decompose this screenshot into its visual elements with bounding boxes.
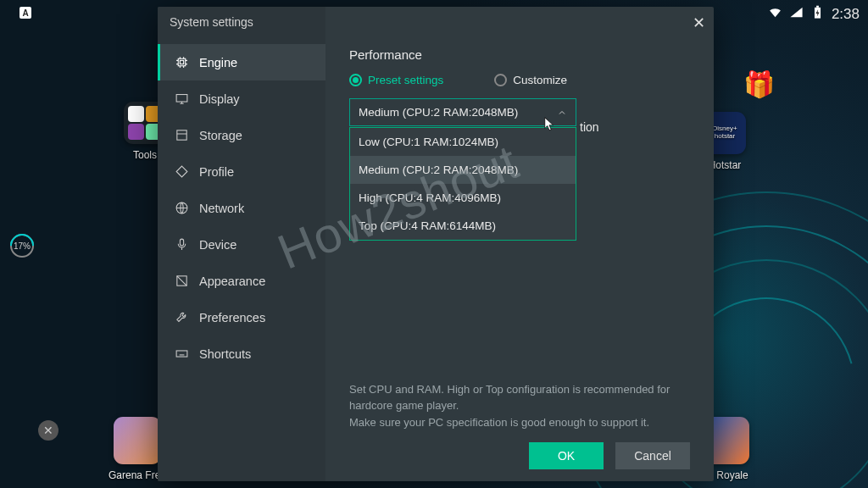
radio-preset[interactable]: Preset settings [349, 74, 443, 86]
modal-title: System settings [170, 15, 253, 29]
sidebar-item-network[interactable]: Network [158, 190, 326, 226]
tag-icon [175, 164, 189, 179]
status-time: 2:38 [832, 6, 860, 23]
cpu-icon [175, 55, 189, 69]
svg-rect-9 [176, 351, 187, 357]
settings-content: Performance Preset settings Customize Me… [326, 7, 714, 481]
storage-icon [175, 128, 189, 142]
mic-icon [175, 237, 189, 252]
svg-rect-1 [816, 6, 819, 8]
svg-rect-4 [176, 95, 187, 103]
svg-rect-7 [180, 239, 183, 246]
sidebar-item-profile[interactable]: Profile [158, 153, 326, 190]
status-bar: 2:38 [768, 5, 860, 24]
battery-meter: 17% [10, 234, 34, 258]
sidebar-item-engine[interactable]: Engine [158, 44, 326, 80]
sidebar-item-preferences[interactable]: Preferences [158, 299, 326, 336]
chevron-up-icon [557, 108, 567, 118]
signal-icon [789, 5, 804, 24]
ok-button[interactable]: OK [529, 442, 604, 469]
option-low[interactable]: Low (CPU:1 RAM:1024MB) [350, 128, 576, 156]
sidebar-item-storage[interactable]: Storage [158, 117, 326, 153]
display-icon [175, 92, 189, 106]
svg-rect-2 [178, 58, 186, 66]
dropdown-button[interactable]: Medium (CPU:2 RAM:2048MB) [349, 98, 576, 126]
preset-dropdown: Medium (CPU:2 RAM:2048MB) Low (CPU:1 RAM… [349, 98, 576, 126]
option-top[interactable]: Top (CPU:4 RAM:6144MB) [350, 212, 576, 240]
gift-icon[interactable]: 🎁 [743, 69, 775, 99]
svg-rect-5 [177, 130, 186, 140]
globe-icon [175, 201, 189, 215]
app-badge: A [19, 7, 31, 19]
settings-sidebar: Engine Display Storage Profile Network D… [158, 7, 326, 481]
appearance-icon [175, 274, 189, 288]
radio-customize[interactable]: Customize [494, 74, 567, 86]
performance-heading: Performance [349, 47, 690, 62]
sidebar-item-device[interactable]: Device [158, 226, 326, 263]
radio-dot-icon [349, 74, 362, 86]
wrench-icon [175, 310, 189, 324]
dropdown-list: Low (CPU:1 RAM:1024MB) Medium (CPU:2 RAM… [349, 127, 576, 241]
cursor-icon [543, 117, 555, 132]
sidebar-item-appearance[interactable]: Appearance [158, 263, 326, 299]
svg-rect-3 [180, 60, 183, 64]
wifi-icon [768, 5, 782, 24]
obscured-text: tion [580, 120, 599, 134]
dismiss-icon[interactable]: ✕ [38, 420, 58, 441]
help-text: Set CPU and RAM. High or Top configurati… [349, 381, 690, 431]
radio-dot-icon [494, 74, 507, 86]
settings-modal: System settings ✕ Engine Display Storage… [158, 7, 714, 481]
keyboard-icon [175, 347, 189, 361]
sidebar-item-display[interactable]: Display [158, 80, 326, 117]
sidebar-item-shortcuts[interactable]: Shortcuts [158, 336, 326, 372]
option-high[interactable]: High (CPU:4 RAM:4096MB) [350, 184, 576, 212]
battery-icon [810, 5, 825, 24]
cancel-button[interactable]: Cancel [615, 442, 690, 469]
option-medium[interactable]: Medium (CPU:2 RAM:2048MB) [350, 156, 576, 184]
